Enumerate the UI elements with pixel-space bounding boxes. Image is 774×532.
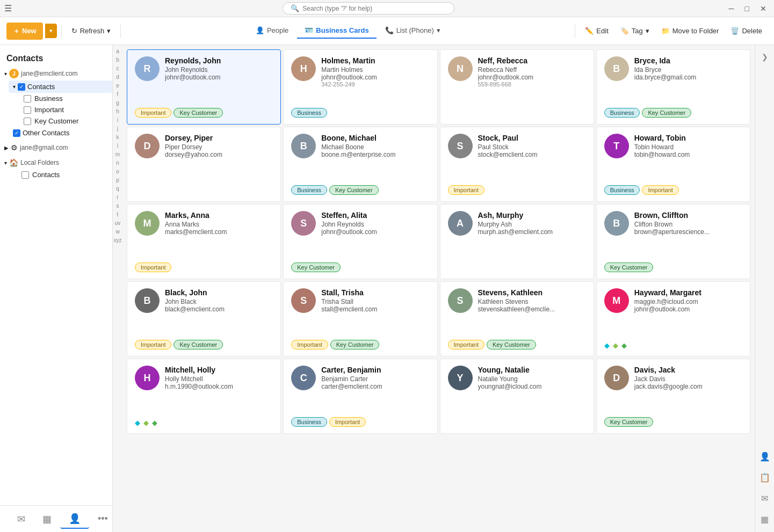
avatar: B [135, 288, 160, 313]
contact-card[interactable]: C Carter, Benjamin Benjamin Carter carte… [283, 359, 437, 434]
tab-list-phone[interactable]: 📞 List (Phone) ▾ [378, 23, 448, 39]
contacts-group: ▾ ✓ Contacts Business Important [0, 81, 112, 127]
alpha-letter-q[interactable]: q [116, 185, 119, 193]
contact-card[interactable]: A Ash, Murphy Murphy Ash murph.ash@emcli… [440, 204, 594, 279]
alpha-letter-r[interactable]: r [117, 193, 118, 202]
contact-card[interactable]: B Bryce, Ida Ida Bryce ida.bryce@gmail.c… [596, 49, 750, 125]
hamburger-icon[interactable]: ☰ [4, 3, 12, 13]
contact-details: Dorsey, Piper Piper Dorsey dorsey@yahoo.… [165, 134, 273, 158]
nav-calendar-button[interactable]: ▦ [34, 510, 60, 528]
nav-mail-button[interactable]: ✉ [9, 510, 34, 528]
delete-button[interactable]: 🗑️ Delete [725, 24, 768, 38]
alphabet-index[interactable]: abcdefghijklmnopqrstuvwxyz [113, 45, 122, 532]
alpha-letter-uv[interactable]: uv [115, 219, 121, 228]
alpha-letter-b[interactable]: b [116, 56, 119, 64]
contact-name: Hayward, Margaret [634, 288, 742, 297]
tag-key-customer: Key Customer [604, 417, 654, 427]
other-contacts-header[interactable]: ✓ Other Contacts [9, 127, 112, 139]
alpha-letter-p[interactable]: p [116, 176, 119, 185]
contact-card[interactable]: D Davis, Jack Jack Davis jack.davis@goog… [596, 359, 750, 434]
tag-button[interactable]: 🏷️ Tag ▾ [615, 24, 655, 38]
alpha-letter-l[interactable]: l [117, 142, 118, 150]
contacts-checkbox[interactable]: ✓ [18, 83, 25, 91]
alpha-letter-t[interactable]: t [117, 210, 119, 219]
contact-info: T Howard, Tobin Tobin Howard tobin@howar… [604, 134, 742, 158]
tab-people[interactable]: 👤 People [248, 23, 296, 39]
sidebar-item-business[interactable]: Business [19, 93, 112, 104]
alpha-letter-c[interactable]: c [117, 64, 119, 73]
close-button[interactable]: ✕ [757, 3, 770, 14]
contact-card[interactable]: S Stall, Trisha Trisha Stall stall@emcli… [283, 281, 437, 356]
contact-card[interactable]: Y Young, Natalie Natalie Young youngnat@… [440, 359, 594, 434]
nav-contacts-button[interactable]: 👤 [60, 509, 89, 529]
business-checkbox[interactable] [24, 95, 31, 103]
alpha-letter-s[interactable]: s [117, 202, 119, 210]
alpha-letter-n[interactable]: n [116, 159, 119, 167]
contact-card[interactable]: S Steffen, Alita John Reynolds johnr@out… [283, 204, 437, 279]
alpha-letter-h[interactable]: h [116, 107, 119, 116]
alpha-letter-m[interactable]: m [115, 150, 120, 159]
sidebar-item-important[interactable]: Important [19, 104, 112, 115]
contact-card[interactable]: T Howard, Tobin Tobin Howard tobin@howar… [596, 127, 750, 202]
contact-card[interactable]: N Neff, Rebecca Rebecca Neff johnr@outlo… [440, 49, 594, 125]
tab-business-cards[interactable]: 🪪 Business Cards [297, 23, 376, 39]
alpha-letter-w[interactable]: w [115, 228, 119, 236]
local-folders-header[interactable]: ▾ 🏠 Local Folders [0, 156, 112, 169]
alpha-letter-i[interactable]: i [117, 116, 118, 125]
contact-card[interactable]: H Holmes, Martin Martin Holmes johnr@out… [283, 49, 437, 125]
contact-email: stock@emclient.com [478, 151, 586, 158]
alpha-letter-xyz[interactable]: xyz [114, 236, 122, 245]
maximize-button[interactable]: □ [742, 3, 753, 14]
minimize-button[interactable]: ─ [726, 3, 737, 14]
contact-details: Howard, Tobin Tobin Howard tobin@howard.… [634, 134, 742, 158]
grid-button[interactable]: ▦ [757, 511, 772, 528]
contact-card[interactable]: H Mitchell, Holly Holly Mitchell h.m.199… [127, 359, 281, 434]
alpha-letter-g[interactable]: g [116, 99, 119, 107]
contact-card[interactable]: B Black, John John Black black@emclient.… [127, 281, 281, 356]
contact-card[interactable]: M Hayward, Margaret maggie.h@icloud.com … [596, 281, 750, 356]
contact-card[interactable]: S Stevens, Kathleen Kathleen Stevens ste… [440, 281, 594, 356]
contact-card[interactable]: S Stock, Paul Paul Stock stock@emclient.… [440, 127, 594, 202]
contact-detail-button[interactable]: 👤 [756, 448, 773, 465]
other-contacts-checkbox[interactable]: ✓ [13, 129, 20, 137]
contact-card[interactable]: M Marks, Anna Anna Marks marks@emclient.… [127, 204, 281, 279]
tag-important: Important [329, 417, 366, 427]
tag-important: Important [448, 185, 484, 195]
task-button[interactable]: 📋 [756, 469, 773, 486]
mail-button[interactable]: ✉ [758, 490, 771, 507]
contact-card[interactable]: B Boone, Michael Michael Boone boone.m@e… [283, 127, 437, 202]
alpha-letter-a[interactable]: a [116, 47, 119, 56]
alpha-letter-j[interactable]: j [117, 125, 118, 133]
sidebar-item-local-contacts[interactable]: Contacts [17, 169, 112, 180]
key-customer-checkbox[interactable] [24, 118, 31, 125]
alpha-letter-f[interactable]: f [117, 90, 119, 99]
refresh-button[interactable]: ↻ Refresh ▾ [66, 24, 117, 38]
alpha-letter-k[interactable]: k [117, 133, 119, 142]
account-header-jane-gmail[interactable]: ▶ ⚙ jane@gmail.com [0, 141, 112, 154]
content-area: abcdefghijklmnopqrstuvwxyz R Reynolds, J… [113, 45, 774, 532]
important-checkbox[interactable] [24, 106, 31, 114]
new-dropdown-arrow[interactable]: ▾ [45, 24, 57, 38]
contacts-folder-header[interactable]: ▾ ✓ Contacts [9, 81, 112, 93]
search-input[interactable] [302, 5, 446, 12]
local-contacts-checkbox[interactable] [21, 171, 29, 179]
search-bar[interactable]: 🔍 [283, 2, 454, 14]
plus-icon: ＋ [13, 26, 20, 36]
contact-name: Steffen, Alita [321, 211, 429, 220]
alpha-letter-d[interactable]: d [116, 73, 119, 82]
contact-name: Ash, Murphy [478, 211, 586, 220]
collapse-panel-button[interactable]: ❯ [758, 49, 771, 64]
contact-info: B Brown, Cliffton Clifton Brown brown@ap… [604, 211, 742, 236]
alpha-letter-o[interactable]: o [116, 167, 119, 176]
refresh-label: Refresh [80, 27, 105, 35]
move-to-folder-button[interactable]: 📁 Move to Folder [656, 24, 725, 38]
new-button[interactable]: ＋ New [6, 23, 43, 40]
contact-card[interactable]: D Dorsey, Piper Piper Dorsey dorsey@yaho… [127, 127, 281, 202]
sidebar-item-key-customer[interactable]: Key Customer [19, 115, 112, 127]
contact-card[interactable]: B Brown, Cliffton Clifton Brown brown@ap… [596, 204, 750, 279]
alpha-letter-e[interactable]: e [116, 82, 119, 90]
edit-button[interactable]: ✏️ Edit [580, 24, 613, 38]
account-header-jane-emclient[interactable]: ▾ J jane@emclient.com [0, 67, 112, 81]
toolbar-separator-3 [575, 25, 575, 38]
contact-card[interactable]: R Reynolds, John John Reynolds johnr@out… [127, 49, 281, 125]
